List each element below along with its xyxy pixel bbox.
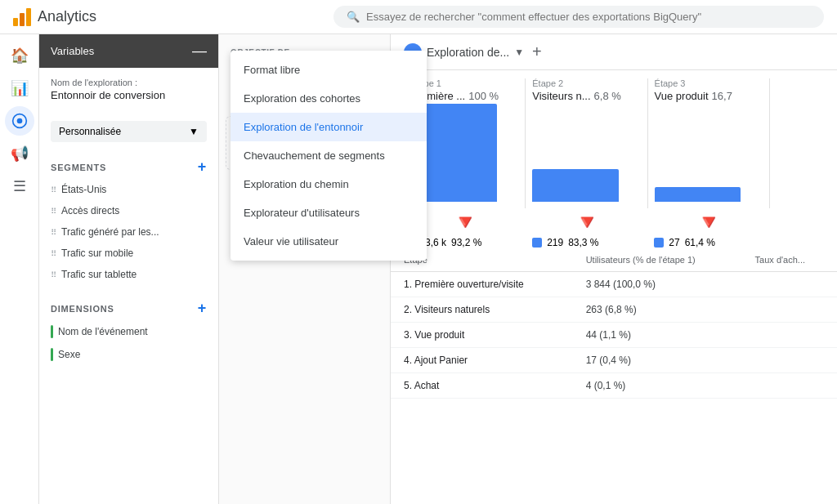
- drop-arrows-row: 🔻 3,6 k 93,2 % 🔻 219 83,3 %: [391, 208, 837, 248]
- table-cell-name: 2. Visiteurs naturels: [391, 297, 573, 323]
- funnel-table: Étape Utilisateurs (% de l'étape 1) Taux…: [391, 248, 837, 399]
- segment-label: Trafic sur tablette: [61, 269, 137, 280]
- menu-item-chemin[interactable]: Exploration du chemin: [231, 170, 427, 198]
- drag-handle-icon: ⠿: [51, 228, 56, 237]
- stage-col-2: Étape 2 Visiteurs n... 6,8 %: [526, 78, 647, 208]
- menu-item-format-libre[interactable]: Format libre: [231, 56, 427, 84]
- exploration-label: Exploration de...: [427, 46, 509, 59]
- drop-count-2: 219: [547, 237, 563, 248]
- table-cell-users: 4 (0,1 %): [573, 373, 742, 399]
- dimensions-section-header: DIMENSIONS +: [39, 293, 218, 320]
- drag-handle-icon: ⠿: [51, 185, 56, 194]
- logo-icon: [13, 8, 31, 26]
- nav-configure[interactable]: ☰: [5, 172, 34, 201]
- table-row: 1. Première ouverture/visite 3 844 (100,…: [391, 272, 837, 297]
- search-bar[interactable]: 🔍: [333, 6, 824, 28]
- search-input[interactable]: [366, 11, 811, 23]
- drop-stats-3: 27 61,4 %: [654, 237, 763, 248]
- drop-stats-2: 219 83,3 %: [532, 237, 641, 248]
- dimension-label: Nom de l'événement: [58, 326, 148, 337]
- chevron-down-icon[interactable]: ▼: [514, 47, 524, 58]
- menu-item-entonnoir[interactable]: Exploration de l'entonnoir: [231, 113, 427, 141]
- segments-list: ⠿ États-Unis ⠿ Accès directs ⠿ Trafic gé…: [39, 179, 218, 285]
- drop-arrow-icon-3: 🔻: [654, 210, 763, 235]
- table-cell-users: 17 (0,4 %): [573, 348, 742, 373]
- topbar: Analytics 🔍: [0, 0, 837, 34]
- nom-value: Entonnoir de conversion: [51, 89, 207, 101]
- table-cell-taux: [742, 297, 837, 323]
- content-area: Exploration de... ▼ + Étape 1 Première .…: [391, 34, 837, 504]
- nav-explore[interactable]: [5, 106, 34, 136]
- search-icon: 🔍: [347, 11, 360, 23]
- nav-advertising[interactable]: 📢: [5, 139, 34, 168]
- add-tab-button[interactable]: +: [532, 42, 542, 61]
- stage-col-3: Étape 3 Vue produit 16,7: [648, 78, 770, 208]
- table-cell-name: 4. Ajout Panier: [391, 348, 573, 373]
- dimension-color: [51, 348, 53, 361]
- nav-home[interactable]: 🏠: [5, 41, 34, 70]
- drop-count-3: 27: [669, 237, 679, 248]
- segment-item[interactable]: ⠿ Accès directs: [39, 200, 218, 221]
- segment-item[interactable]: ⠿ Trafic sur tablette: [39, 264, 218, 285]
- menu-item-utilisateurs[interactable]: Explorateur d'utilisateurs: [231, 198, 427, 227]
- chevron-down-icon: ▼: [189, 126, 199, 137]
- funnel-bar-area-2: [532, 102, 640, 208]
- dimensions-title: DIMENSIONS: [51, 304, 114, 314]
- content-header: Exploration de... ▼ +: [391, 34, 837, 70]
- variables-title: Variables: [51, 45, 94, 57]
- table-row: 2. Visiteurs naturels 263 (6,8 %): [391, 297, 837, 323]
- variables-panel: Variables — Nom de l'exploration : Enton…: [39, 34, 219, 504]
- funnel-bar-area-3: [655, 102, 763, 208]
- drop-square-2: [532, 238, 542, 248]
- segment-item[interactable]: ⠿ Trafic sur mobile: [39, 243, 218, 264]
- stage-name-3: Vue produit: [655, 90, 709, 102]
- table-header-users: Utilisateurs (% de l'étape 1): [573, 248, 742, 272]
- drop-square-3: [654, 238, 664, 248]
- segment-item[interactable]: ⠿ Trafic généré par les...: [39, 221, 218, 243]
- drop-2: 🔻 219 83,3 %: [526, 208, 647, 248]
- dimension-item[interactable]: Sexe: [39, 343, 218, 366]
- funnel-stages: Étape 1 Première ... 100 % Étape 2 Visit…: [391, 70, 837, 208]
- drag-handle-icon: ⠿: [51, 249, 56, 258]
- stage-name-2: Visiteurs n...: [532, 90, 590, 102]
- menu-item-cohortes[interactable]: Exploration des cohortes: [231, 84, 427, 113]
- table-row: 5. Achat 4 (0,1 %): [391, 373, 837, 399]
- table-cell-name: 1. Première ouverture/visite: [391, 272, 573, 297]
- dimension-item[interactable]: Nom de l'événement: [39, 320, 218, 343]
- segment-item[interactable]: ⠿ États-Unis: [39, 179, 218, 200]
- segment-label: États-Unis: [61, 184, 106, 195]
- table-cell-taux: [742, 348, 837, 373]
- dimension-color: [51, 325, 53, 338]
- main-layout: 🏠 📊 📢 ☰ Variables — Nom de l'exploration…: [0, 34, 837, 504]
- segments-title: SEGMENTS: [51, 163, 106, 172]
- segment-label: Trafic généré par les...: [61, 226, 159, 238]
- stage-pct-2: 6,8 %: [594, 90, 621, 102]
- icon-nav: 🏠 📊 📢 ☰: [0, 34, 39, 504]
- exploration-type-dropdown: Format libre Exploration des cohortes Ex…: [231, 51, 427, 261]
- variables-close[interactable]: —: [192, 42, 207, 60]
- table-cell-taux: [742, 373, 837, 399]
- drop-arrow-icon-2: 🔻: [532, 210, 641, 235]
- drag-handle-icon: ⠿: [51, 270, 56, 279]
- variables-header: Variables —: [39, 34, 218, 68]
- stage-label-2: Étape 2: [532, 78, 640, 88]
- table-row: 3. Vue produit 44 (1,1 %): [391, 323, 837, 348]
- table-cell-users: 3 844 (100,0 %): [573, 272, 742, 297]
- add-dimension-button[interactable]: +: [198, 300, 207, 317]
- add-segment-button[interactable]: +: [198, 158, 207, 176]
- nav-reports[interactable]: 📊: [5, 74, 34, 103]
- table-cell-taux: [742, 272, 837, 297]
- segment-label: Trafic sur mobile: [61, 248, 133, 259]
- segment-label: Accès directs: [61, 205, 119, 216]
- table-cell-name: 5. Achat: [391, 373, 573, 399]
- personnalisee-dropdown[interactable]: Personnalisée ▼: [51, 121, 207, 142]
- menu-item-chevauchement[interactable]: Chevauchement de segments: [231, 141, 427, 170]
- menu-item-valeur-vie[interactable]: Valeur vie utilisateur: [231, 227, 427, 256]
- personnalisee-section: Personnalisée ▼: [39, 111, 218, 152]
- drop-3: 🔻 27 61,4 %: [647, 208, 769, 248]
- drop-count-1: 3,6 k: [425, 237, 446, 248]
- personnalisee-label: Personnalisée: [59, 126, 121, 137]
- app-title: Analytics: [38, 8, 96, 25]
- drop-pct-2: 83,3 %: [568, 237, 598, 248]
- drag-handle-icon: ⠿: [51, 207, 56, 216]
